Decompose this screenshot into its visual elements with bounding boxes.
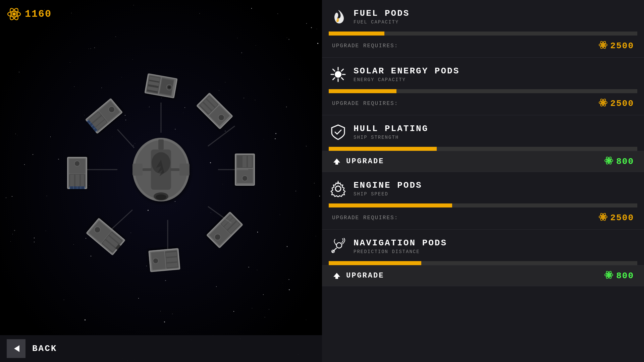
- svg-rect-97: [179, 164, 190, 176]
- upgrade-card-engine-pods: ENGINE PODS SHIP SPEED UPGRADE REQUIRES:…: [322, 172, 644, 230]
- svg-point-104: [602, 44, 604, 46]
- svg-rect-58: [70, 175, 74, 187]
- cost-display: 2500: [598, 212, 634, 223]
- svg-line-114: [341, 78, 343, 80]
- svg-rect-59: [75, 175, 79, 187]
- cost-icon: [598, 212, 608, 223]
- cost-amount: 2500: [610, 99, 634, 109]
- card-header-navigation-pods: NAVIGATION PODS PREDICTION DISTANCE: [322, 230, 644, 259]
- cost-amount: 800: [616, 271, 634, 281]
- sun-icon: [329, 65, 347, 84]
- upgrades-panel: FUEL PODS FUEL CAPACITY UPGRADE REQUIRES…: [322, 0, 644, 362]
- progress-bar-fuel-pods: [329, 32, 637, 36]
- svg-rect-60: [81, 175, 84, 187]
- back-arrow-icon: [11, 344, 21, 353]
- upgrade-card-hull-plating: HULL PLATING SHIP STRENGTH UPGRADE: [322, 115, 644, 172]
- upgrade-card-fuel-pods: FUEL PODS FUEL CAPACITY UPGRADE REQUIRES…: [322, 0, 644, 58]
- svg-line-84: [208, 126, 235, 146]
- currency-amount: 1160: [25, 8, 52, 20]
- card-text-solar-energy-pods: SOLAR ENERGY PODS ENERGY CAPACITY: [354, 66, 634, 82]
- gear-icon: [329, 179, 347, 198]
- svg-point-29: [242, 176, 248, 181]
- card-subtitle-engine-pods: SHIP SPEED: [354, 191, 634, 197]
- cost-icon: [598, 40, 608, 51]
- svg-line-113: [333, 69, 335, 71]
- requires-label: UPGRADE REQUIRES:: [332, 215, 398, 221]
- card-title-solar-energy-pods: SOLAR ENERGY PODS: [354, 66, 634, 76]
- progress-bar-hull-plating: [329, 147, 637, 151]
- svg-marker-121: [333, 159, 340, 165]
- svg-rect-96: [132, 164, 143, 176]
- card-footer-hull-plating: UPGRADE 800: [322, 151, 644, 172]
- card-text-fuel-pods: FUEL PODS FUEL CAPACITY: [354, 9, 634, 25]
- progress-bar-solar-energy-pods: [329, 89, 637, 93]
- card-text-engine-pods: ENGINE PODS SHIP SPEED: [354, 181, 634, 197]
- svg-point-127: [602, 216, 604, 218]
- svg-point-134: [608, 274, 610, 276]
- svg-marker-133: [333, 273, 340, 279]
- card-subtitle-fuel-pods: FUEL CAPACITY: [354, 19, 634, 25]
- card-text-navigation-pods: NAVIGATION PODS PREDICTION DISTANCE: [354, 238, 634, 254]
- svg-point-0: [12, 12, 16, 16]
- shield-icon: [329, 123, 347, 141]
- card-subtitle-solar-energy-pods: ENERGY CAPACITY: [354, 77, 634, 82]
- fire-icon: [329, 7, 347, 26]
- svg-rect-26: [248, 156, 252, 167]
- currency-display: 1160: [7, 7, 52, 21]
- card-title-navigation-pods: NAVIGATION PODS: [354, 238, 634, 248]
- svg-point-126: [335, 186, 341, 191]
- cost-icon: [598, 98, 608, 109]
- svg-rect-101: [170, 168, 179, 171]
- satellite-icon: [329, 237, 347, 256]
- svg-line-90: [117, 129, 134, 148]
- ship-view-panel: 1160: [0, 0, 322, 362]
- back-button[interactable]: [7, 339, 25, 358]
- cost-icon: [604, 270, 613, 281]
- upgrade-arrow-icon: [332, 270, 341, 281]
- upgrade-card-navigation-pods: NAVIGATION PODS PREDICTION DISTANCE UPGR…: [322, 230, 644, 286]
- svg-point-45: [153, 258, 158, 264]
- card-title-engine-pods: ENGINE PODS: [354, 181, 634, 190]
- progress-fill-navigation-pods: [329, 261, 421, 265]
- progress-bar-engine-pods: [329, 203, 637, 207]
- svg-rect-102: [158, 139, 164, 149]
- svg-rect-27: [243, 156, 247, 167]
- progress-fill-fuel-pods: [329, 32, 384, 36]
- cost-display: 2500: [598, 98, 634, 109]
- cost-amount: 2500: [610, 213, 634, 223]
- upgrade-card-solar-energy-pods: SOLAR ENERGY PODS ENERGY CAPACITY UPGRAD…: [322, 58, 644, 115]
- svg-point-62: [74, 161, 80, 166]
- card-footer-fuel-pods: UPGRADE REQUIRES: 2500: [322, 36, 644, 57]
- svg-point-131: [336, 243, 342, 248]
- svg-line-88: [111, 210, 132, 230]
- upgrade-button-hull-plating[interactable]: UPGRADE 800: [322, 151, 644, 172]
- upgrade-label: UPGRADE: [346, 272, 599, 280]
- svg-marker-103: [14, 345, 19, 352]
- progress-fill-hull-plating: [329, 147, 437, 151]
- upgrade-button-navigation-pods[interactable]: UPGRADE 800: [322, 265, 644, 286]
- progress-fill-engine-pods: [329, 203, 452, 207]
- card-header-fuel-pods: FUEL PODS FUEL CAPACITY: [322, 0, 644, 29]
- card-header-solar-energy-pods: SOLAR ENERGY PODS ENERGY CAPACITY: [322, 58, 644, 87]
- upgrade-label: UPGRADE: [346, 157, 599, 166]
- card-footer-navigation-pods: UPGRADE 800: [322, 265, 644, 286]
- ship-visualization: [44, 59, 278, 294]
- back-label: BACK: [32, 344, 57, 354]
- currency-atom-icon: [7, 7, 21, 21]
- card-footer-solar-energy-pods: UPGRADE REQUIRES: 2500: [322, 93, 644, 115]
- upgrade-arrow-icon: [332, 156, 341, 167]
- card-footer-engine-pods: UPGRADE REQUIRES: 2500: [322, 207, 644, 229]
- card-title-fuel-pods: FUEL PODS: [354, 9, 634, 18]
- requires-label: UPGRADE REQUIRES:: [332, 101, 398, 107]
- card-subtitle-hull-plating: SHIP STRENGTH: [354, 135, 634, 140]
- cost-display: 800: [604, 156, 634, 167]
- requires-label: UPGRADE REQUIRES:: [332, 43, 398, 49]
- ship-svg: [44, 59, 278, 294]
- svg-point-122: [608, 160, 610, 162]
- cost-amount: 800: [616, 157, 634, 167]
- svg-point-108: [335, 71, 341, 78]
- cost-display: 800: [604, 270, 634, 281]
- cost-amount: 2500: [610, 41, 634, 51]
- card-header-engine-pods: ENGINE PODS SHIP SPEED: [322, 172, 644, 201]
- card-title-hull-plating: HULL PLATING: [354, 124, 634, 134]
